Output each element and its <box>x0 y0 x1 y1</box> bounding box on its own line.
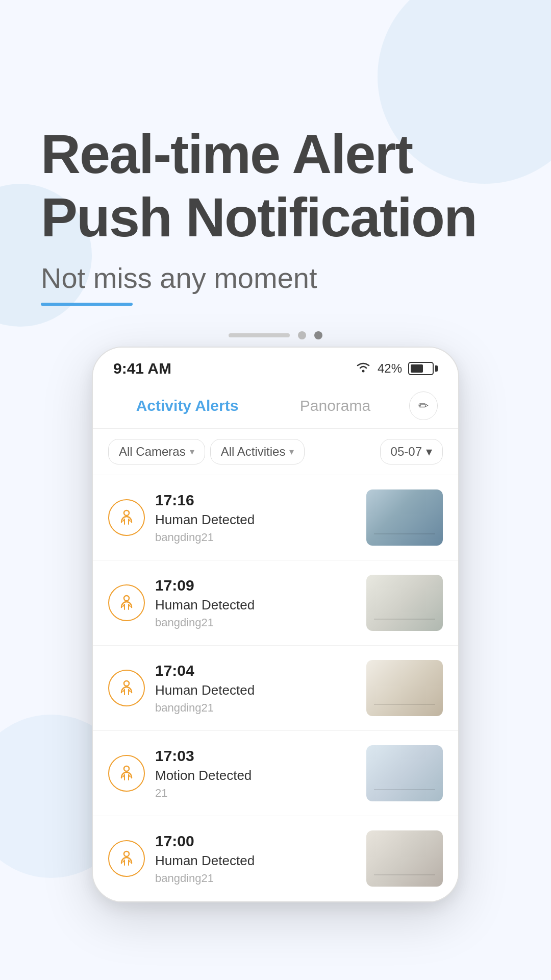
activity-time: 17:03 <box>155 747 356 765</box>
svg-point-0 <box>362 370 364 373</box>
room-scene-image <box>366 745 443 801</box>
filter-bar: All Cameras ▾ All Activities ▾ 05-07 ▾ <box>93 429 458 475</box>
date-filter-label: 05-07 <box>391 445 422 459</box>
wifi-icon <box>355 361 371 376</box>
pagination-dot-1 <box>298 331 306 339</box>
activity-thumbnail[interactable] <box>366 575 443 631</box>
phone-mockup: 9:41 AM 42% <box>92 347 459 902</box>
camera-filter-chevron: ▾ <box>190 446 194 457</box>
activity-info: 17:16 Human Detected bangding21 <box>155 492 356 544</box>
activity-info: 17:00 Human Detected bangding21 <box>155 832 356 885</box>
phone-container: 9:41 AM 42% <box>77 347 474 902</box>
activity-icon-wrap <box>108 755 145 792</box>
human-detected-icon <box>108 584 145 621</box>
battery-percentage: 42% <box>378 361 402 376</box>
room-scene-image <box>366 830 443 887</box>
human-detected-icon <box>108 499 145 536</box>
edit-button[interactable]: ✏ <box>409 391 438 420</box>
activity-type: Motion Detected <box>155 768 356 783</box>
pagination <box>229 331 322 339</box>
activities-filter-label: All Activities <box>221 445 286 459</box>
room-scene-image <box>366 575 443 631</box>
activities-filter-chevron: ▾ <box>289 446 294 457</box>
activity-icon-wrap <box>108 499 145 536</box>
tab-activity-alerts[interactable]: Activity Alerts <box>113 392 261 420</box>
svg-point-2 <box>124 596 129 601</box>
activity-info: 17:03 Motion Detected 21 <box>155 747 356 800</box>
hero-section: Real-time Alert Push Notification Not mi… <box>0 0 551 306</box>
svg-point-3 <box>124 681 129 686</box>
activity-thumbnail[interactable] <box>366 489 443 546</box>
activity-thumbnail[interactable] <box>366 745 443 801</box>
activity-time: 17:04 <box>155 662 356 679</box>
human-detected-icon <box>108 670 145 706</box>
activity-list: 17:16 Human Detected bangding21 17:09 Hu… <box>93 475 458 901</box>
activity-camera: 21 <box>155 787 356 800</box>
activity-type: Human Detected <box>155 512 356 528</box>
status-time: 9:41 AM <box>113 360 171 377</box>
activity-type: Human Detected <box>155 853 356 869</box>
activity-thumbnail[interactable] <box>366 660 443 716</box>
activity-camera: bangding21 <box>155 616 356 629</box>
room-scene-image <box>366 489 443 546</box>
date-filter[interactable]: 05-07 ▾ <box>380 439 443 464</box>
activity-time: 17:00 <box>155 832 356 850</box>
activity-item[interactable]: 17:09 Human Detected bangding21 <box>93 560 458 646</box>
activity-icon-wrap <box>108 584 145 621</box>
activity-type: Human Detected <box>155 597 356 613</box>
activity-item[interactable]: 17:04 Human Detected bangding21 <box>93 646 458 731</box>
hero-title: Real-time Alert Push Notification <box>41 122 510 249</box>
tab-panorama[interactable]: Panorama <box>261 392 409 420</box>
activity-icon-wrap <box>108 840 145 877</box>
activity-time: 17:16 <box>155 492 356 509</box>
activities-filter[interactable]: All Activities ▾ <box>210 439 305 464</box>
activity-thumbnail[interactable] <box>366 830 443 887</box>
battery-icon <box>408 362 438 375</box>
pagination-bar <box>229 333 290 337</box>
camera-filter-label: All Cameras <box>119 445 186 459</box>
activity-item[interactable]: 17:00 Human Detected bangding21 <box>93 816 458 901</box>
activity-item[interactable]: 17:03 Motion Detected 21 <box>93 731 458 816</box>
hero-subtitle: Not miss any moment <box>41 261 317 306</box>
activity-type: Human Detected <box>155 682 356 698</box>
human-detected-icon <box>108 840 145 877</box>
activity-info: 17:09 Human Detected bangding21 <box>155 577 356 629</box>
status-bar: 9:41 AM 42% <box>93 348 458 383</box>
activity-camera: bangding21 <box>155 531 356 544</box>
date-filter-chevron: ▾ <box>426 445 432 459</box>
tab-bar: Activity Alerts Panorama ✏ <box>93 383 458 429</box>
human-detected-icon <box>108 755 145 792</box>
activity-time: 17:09 <box>155 577 356 594</box>
svg-point-4 <box>124 766 129 771</box>
status-icons: 42% <box>355 361 438 376</box>
pagination-dot-2 <box>314 331 322 339</box>
camera-filter[interactable]: All Cameras ▾ <box>108 439 205 464</box>
activity-camera: bangding21 <box>155 872 356 885</box>
svg-point-5 <box>124 851 129 856</box>
activity-item[interactable]: 17:16 Human Detected bangding21 <box>93 475 458 560</box>
room-scene-image <box>366 660 443 716</box>
svg-point-1 <box>124 510 129 516</box>
activity-camera: bangding21 <box>155 701 356 715</box>
activity-info: 17:04 Human Detected bangding21 <box>155 662 356 715</box>
activity-icon-wrap <box>108 670 145 706</box>
